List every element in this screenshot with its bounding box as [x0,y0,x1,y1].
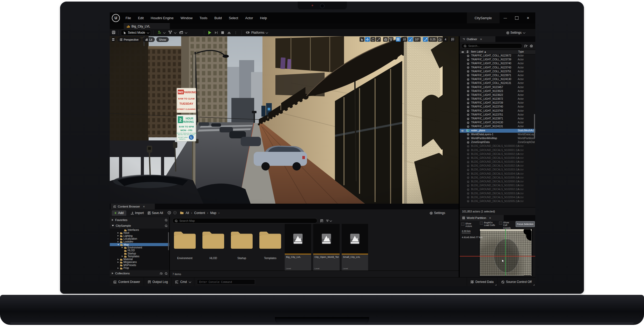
outliner-row[interactable]: BLDG_GROUND_DECALS_N102004 (Ur Actor [460,196,535,199]
outliner-row[interactable]: BLDG_GROUND_DECALS_N102005 (Ur Actor [460,199,535,203]
level-asset-card[interactable]: Small_City_LVL Level [342,224,368,271]
outliner-row[interactable]: BLDG_GROUND_DECALS_N102002 (Ur Actor [460,188,535,191]
outliner-row[interactable]: TRAFFIC_LIGHT_N123740 Actor [460,105,535,109]
outliner-row[interactable]: BLDG_GROUND_DECALS_N102000 (Ur Actor [460,180,535,184]
menu-item[interactable]: Window [181,16,193,20]
outliner-row[interactable]: BLDG_GROUND_DECALS_N101003 (Ur Actor [460,168,535,172]
tree-item[interactable]: Interfaces [110,229,169,231]
column-type[interactable]: Type [518,50,524,53]
menu-item[interactable]: Tools [200,16,207,20]
outliner-row[interactable]: BLDG_GROUND_DECALS_N101001 (Ur Actor [460,160,535,164]
expander-icon[interactable] [118,267,119,269]
collections-section[interactable]: Collections [110,270,169,276]
show-dropdown[interactable]: Show [156,37,169,42]
rotation-snap-button[interactable] [408,37,413,42]
tree-item[interactable]: Input [110,231,169,234]
scale-snap-value[interactable]: 0.25 [428,37,437,42]
outliner-row[interactable]: TRAFFIC_LIGHT_COLL_N124131 Actor [460,81,535,85]
menu-item[interactable]: Select [229,16,238,20]
outliner-row[interactable]: TRAFFIC_LIGHT_N123751 Actor [460,113,535,117]
import-button[interactable]: Import [129,210,146,216]
folder-tile[interactable]: Startup [228,226,255,267]
menu-item[interactable]: Build [214,16,222,20]
outliner-row[interactable]: TRAFFIC_LIGHT_N123743 Actor [460,109,535,113]
source-control-button[interactable]: Source Control Off [497,277,535,286]
folder-tile[interactable]: Templates [257,226,284,267]
asset-search[interactable] [172,218,317,223]
folder-tile[interactable]: HLOD [200,226,227,267]
outliner-row[interactable]: TRAFFIC_LIGHT_COLL_N123743 Actor [460,66,535,70]
outliner-row[interactable]: WorldDataLayers-1 WorldDataLayers [460,133,535,137]
outliner-row[interactable]: TRAFFIC_LIGHT_COLL_N123739 Actor [460,58,535,62]
tree-item[interactable]: Prop [110,267,169,269]
expander-icon[interactable] [118,259,119,260]
outliner-row[interactable]: BLDG_GROUND_DECALS_N102001 (Ur Actor [460,184,535,188]
tree-item[interactable]: MSPresets [110,264,169,267]
content-browser-settings[interactable]: Settings [429,211,445,215]
play-button[interactable] [207,30,213,36]
outliner-row[interactable]: TRAFFIC_LIGHT_COLL_N123672 Actor [460,54,535,58]
outliner-row[interactable]: TRAFFIC_LIGHT_N123523 Actor [460,89,535,93]
outliner-row[interactable]: water_plane StaticMeshActor [460,129,535,133]
perspective-dropdown[interactable]: Perspective [117,37,141,42]
expander-icon[interactable] [118,238,119,240]
tree-item[interactable]: Localization [110,237,169,240]
unreal-logo-icon[interactable]: U [112,14,120,22]
forward-icon[interactable] [173,211,177,215]
pin-icon[interactable] [466,51,469,53]
folder-tile[interactable]: Environment [171,226,198,267]
tree-item[interactable]: Lookdev [110,240,169,243]
outliner-row[interactable]: TRAFFIC_LIGHT_COLL_N123751 Actor [460,70,535,74]
outliner-row[interactable]: BLDG_GROUND_DECALS_N100000 (Ur Actor [460,144,535,148]
expander-icon[interactable] [118,261,119,263]
close-icon[interactable]: ✕ [489,217,491,219]
select-mode-dropdown[interactable]: Select Mode [121,30,151,35]
tree-scrollbar[interactable] [168,232,169,250]
close-icon[interactable]: ✕ [480,38,482,41]
new-folder-icon[interactable] [524,44,528,47]
close-icon[interactable]: ✕ [143,205,145,208]
expander-icon[interactable] [122,255,123,257]
derived-data-button[interactable]: Derived Data [467,277,497,286]
tree-item[interactable]: Startup [110,252,169,255]
outliner-settings-icon[interactable] [530,44,533,47]
tab-content-browser[interactable]: Content Browser✕ [111,204,155,209]
expander-icon[interactable] [122,247,123,248]
rotate-tool-button[interactable] [370,37,375,42]
back-icon[interactable] [167,211,172,215]
outliner-row[interactable]: TRAFFIC_LIGHT_N123672 Actor [460,97,535,101]
tree-item[interactable]: Material [110,258,169,261]
add-actor-dropdown[interactable] [156,30,167,36]
cinematics-dropdown[interactable] [178,30,188,36]
show-cell-coords-checkbox[interactable]: Show Cell Coords [499,221,514,229]
stop-button[interactable] [219,30,226,36]
output-log-button[interactable]: Output Log [144,277,172,286]
breadcrumb-item[interactable]: Content [194,211,205,215]
tree-item[interactable]: HLOD [110,249,169,252]
expander-icon[interactable] [118,235,119,237]
column-item-label[interactable]: Item Label ▲ [471,50,486,53]
level-tab[interactable]: Big_City_LVL [124,23,170,29]
outliner-row[interactable]: BLDG_GROUND_DECALS_N101005 (Ur Actor [460,176,535,180]
expander-icon[interactable] [118,232,119,234]
tree-item[interactable]: Megascans [110,261,169,263]
minimize-button[interactable]: — [500,12,511,23]
outliner-row[interactable]: BLDG_GROUND_DECALS_N100001 (Ur Actor [460,148,535,152]
save-all-button[interactable]: Save All [146,210,165,216]
console-command-input[interactable] [199,280,253,284]
viewport-options-button[interactable] [111,37,116,42]
eject-button[interactable] [226,30,232,36]
tab-world-partition[interactable]: World Partition✕ [460,215,504,221]
outliner-row[interactable]: TRAFFIC_LIGHT_COLL_N123740 Actor [460,62,535,66]
citysample-section[interactable]: CitySample [110,223,169,229]
menu-item[interactable]: File [126,16,131,20]
close-button[interactable]: ✕ [522,12,534,23]
eye-icon[interactable] [461,51,464,53]
asset-search-input[interactable] [179,219,315,223]
camera-speed-value[interactable]: 4 [443,37,448,42]
outliner-row[interactable]: TRAFFIC_LIGHT_N123622 Actor [460,93,535,97]
outliner-search-input[interactable] [468,44,520,48]
play-options-kebab[interactable]: ⋮ [232,30,239,36]
favorites-section[interactable]: Favorites [110,217,169,223]
level-asset-card[interactable]: City_Open_World_Template Level [313,224,340,271]
